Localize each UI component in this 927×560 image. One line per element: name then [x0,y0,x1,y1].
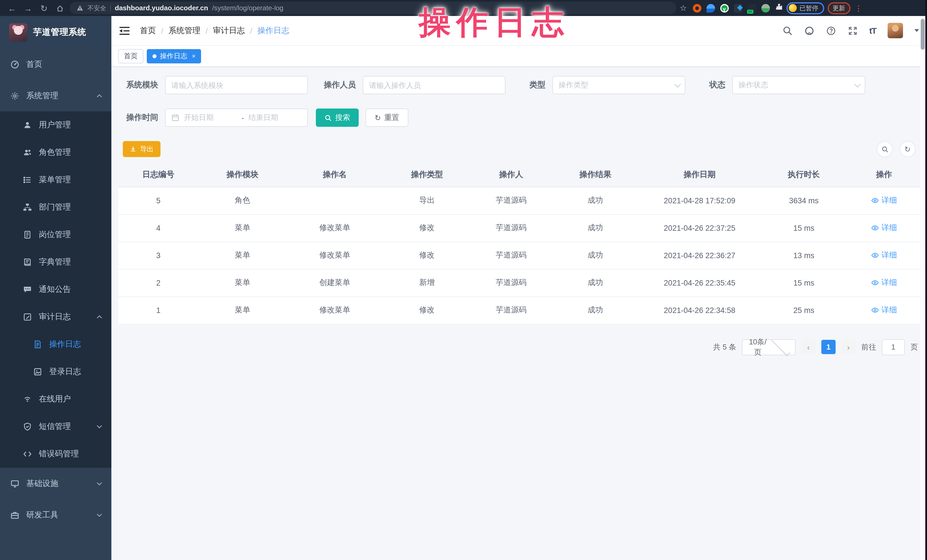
detail-link[interactable]: 详细 [871,250,897,260]
sidebar-item-notice[interactable]: 通知公告 [0,276,111,303]
url-host: dashboard.yudao.iocoder.cn [115,4,208,12]
chevron-down-icon [97,513,102,517]
sidebar-item-online-users[interactable]: 在线用户 [0,385,111,413]
scrollbar-thumb[interactable] [921,19,925,50]
avatar-caret-down-icon[interactable] [915,29,919,34]
sidebar-item-role-management[interactable]: 角色管理 [0,139,111,166]
browser-home-icon[interactable] [54,3,66,12]
address-bar[interactable]: 不安全 dashboard.yudao.iocoder.cn/system/lo… [70,2,676,14]
chevron-right-icon: › [847,342,849,352]
pagination: 共 5 条 10条/页 ‹ 1 › 前往 页 [120,339,918,355]
extension-on-icon[interactable]: on [748,4,756,12]
reset-button-label: 重置 [384,112,399,123]
fullscreen-icon[interactable] [848,26,858,36]
operator-input[interactable] [363,76,506,94]
sidebar-item-infrastructure[interactable]: 基础设施 [0,468,111,499]
detail-link[interactable]: 详细 [871,222,897,233]
goto-page-input[interactable] [882,339,905,355]
breadcrumb-audit[interactable]: 审计日志 [213,26,245,36]
breadcrumb-system[interactable]: 系统管理 [169,26,201,36]
detail-link[interactable]: 详细 [871,277,897,288]
table-search-toggle-button[interactable] [877,141,893,157]
detail-link[interactable]: 详细 [871,195,897,205]
filter-row-2: 操作时间 开始日期 - 结束日期 搜索 ↻ 重置 [118,109,920,127]
search-button[interactable]: 搜索 [316,109,359,127]
cell-op-name: 修改菜单 [287,296,383,324]
user-avatar[interactable] [887,23,903,38]
operate-log-table: 日志编号 操作模块 操作名 操作类型 操作人 操作结果 操作日期 执行时长 操作… [118,163,920,324]
table-refresh-button[interactable]: ↻ [900,141,916,157]
table-row: 2 菜单 创建菜单 新增 芋道源码 成功 2021-04-26 22:35:45… [118,269,920,296]
scrollbar-track[interactable] [920,16,925,560]
sidebar-item-label: 登录日志 [49,367,81,377]
prev-page-button[interactable]: ‹ [801,340,816,354]
help-icon[interactable] [826,26,836,36]
browser-reload-icon[interactable]: ↻ [38,4,50,12]
extension-orange-icon[interactable] [693,4,701,12]
module-input[interactable] [165,76,308,94]
column-header: 操作类型 [383,163,471,187]
sidebar-item-errorcode-management[interactable]: 错误码管理 [0,440,111,468]
extension-wallet-icon[interactable] [734,4,742,12]
update-button[interactable]: 更新 [827,2,850,14]
page-size-select[interactable]: 10条/页 [742,339,796,355]
cell-op-type: 导出 [383,187,471,214]
sidebar-item-label: 在线用户 [39,394,71,404]
type-select-placeholder: 操作类型 [559,80,675,90]
cell-operator: 芋道源码 [471,187,551,214]
cell-date: 2021-04-26 22:37:25 [640,214,760,241]
sidebar-item-system-management[interactable]: 系统管理 [0,80,111,111]
current-page-button[interactable]: 1 [821,340,836,354]
tag-home[interactable]: 首页 [118,49,143,63]
sidebar-item-login-log[interactable]: 登录日志 [0,358,111,385]
breadcrumb-home[interactable]: 首页 [140,26,156,36]
browser-menu-icon[interactable]: ⋮ [854,4,863,12]
cell-actions: 详细 [848,296,920,324]
status-select[interactable]: 操作状态 [732,76,865,94]
next-page-button[interactable]: › [841,340,856,354]
sidebar-item-home[interactable]: 首页 [0,49,111,80]
sidebar-item-sms-management[interactable]: 短信管理 [0,413,111,440]
sidebar-item-dev-tools[interactable]: 研发工具 [0,499,111,531]
detail-link-label: 详细 [881,195,897,205]
browser-back-icon[interactable]: ← [6,4,18,12]
extension-green-icon[interactable]: y [720,4,728,12]
sidebar-item-label: 部门管理 [39,202,71,212]
close-icon[interactable]: × [192,53,196,59]
sidebar-item-audit-log[interactable]: 审计日志 [0,303,111,331]
content-area: 系统模块 操作人员 类型 操作类型 状态 操作状态 [111,67,927,560]
toolbox-icon [10,510,20,519]
sidebar-item-operate-log[interactable]: 操作日志 [0,331,111,358]
sidebar-item-post-management[interactable]: 岗位管理 [0,221,111,249]
bookmark-star-icon[interactable]: ☆ [680,3,687,12]
sidebar-item-dept-management[interactable]: 部门管理 [0,194,111,221]
sidebar-item-user-management[interactable]: 用户管理 [0,111,111,139]
tag-operate-log[interactable]: 操作日志 × [147,49,201,63]
font-size-icon[interactable]: tT [869,26,876,35]
puzzle-icon[interactable] [775,3,783,13]
detail-link[interactable]: 详细 [871,305,897,315]
sidebar-item-label: 字典管理 [39,257,71,267]
sidebar-item-label: 岗位管理 [39,229,71,240]
eye-icon [871,306,879,314]
github-icon[interactable] [804,26,815,36]
dictionary-icon [23,258,32,267]
date-range-picker[interactable]: 开始日期 - 结束日期 [165,109,308,127]
browser-forward-icon[interactable]: → [22,4,34,12]
cell-date: 2021-04-26 22:36:27 [640,241,760,269]
app-title: 芋道管理系统 [33,27,86,38]
extension-leaf-icon[interactable] [761,4,770,12]
message-bubble-icon [23,285,32,294]
sidebar-item-dict-management[interactable]: 字典管理 [0,249,111,276]
sidebar-item-menu-management[interactable]: 菜单管理 [0,166,111,194]
breadcrumb-separator: / [206,26,208,35]
collapse-sidebar-icon[interactable] [119,26,131,35]
reset-button[interactable]: ↻ 重置 [366,109,408,127]
type-select[interactable]: 操作类型 [552,76,685,94]
emoji-avatar-icon [789,4,796,12]
extension-pin-icon[interactable] [706,4,715,12]
search-icon[interactable] [783,26,793,36]
column-header: 操作结果 [551,163,640,187]
export-button[interactable]: 导出 [123,141,161,157]
profile-paused-badge[interactable]: 已暂停 [786,2,824,14]
